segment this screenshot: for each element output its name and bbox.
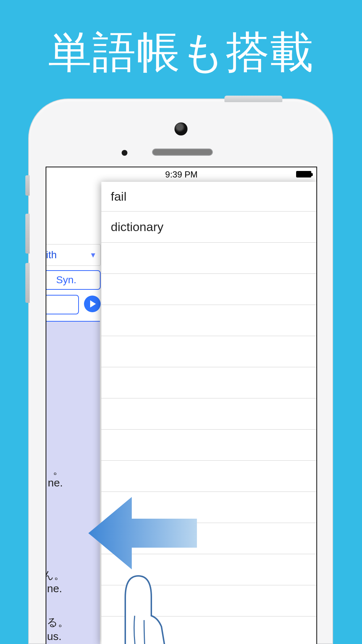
list-item[interactable] (101, 461, 317, 492)
lock-button (224, 96, 282, 102)
status-bar: 9:39 PM (46, 167, 316, 182)
status-time: 9:39 PM (165, 170, 197, 180)
promo-title: 単語帳も搭載 (0, 23, 362, 82)
list-item[interactable]: fail (101, 182, 317, 212)
panel-line: us. (47, 630, 62, 643)
earpiece-speaker (152, 149, 213, 156)
volume-up (25, 214, 30, 254)
list-item[interactable] (101, 398, 317, 430)
example-panel: 。 ne. ん。 ne. ある。 us. たいもの us. (46, 321, 100, 644)
phone-sensors (29, 121, 332, 157)
list-item[interactable] (101, 243, 317, 274)
panel-line: 。 (53, 463, 64, 478)
synonym-button[interactable]: Syn. (46, 270, 101, 290)
list-item[interactable] (101, 274, 317, 305)
list-item[interactable] (101, 492, 317, 523)
list-item[interactable]: dictionary (101, 212, 317, 243)
word-label: fail (111, 189, 126, 204)
list-item[interactable] (101, 585, 317, 616)
list-item[interactable] (101, 336, 317, 367)
list-item[interactable] (101, 430, 317, 461)
proximity-sensor (122, 150, 127, 156)
battery-icon (296, 171, 311, 177)
play-button[interactable] (84, 296, 101, 312)
chevron-down-icon: ▼ (89, 251, 97, 259)
panel-line: ん。 (46, 568, 65, 583)
phone-device-frame: 9:39 PM with ▼ Syn. 。 ne. ん。 ne. ある。 us.… (28, 99, 333, 644)
synonym-label: Syn. (56, 274, 76, 286)
panel-line: ne. (48, 477, 63, 489)
list-item[interactable] (101, 523, 317, 554)
list-item[interactable] (101, 554, 317, 585)
mute-switch (25, 175, 30, 196)
preposition-dropdown[interactable]: with ▼ (46, 244, 101, 266)
text-input[interactable] (46, 295, 79, 314)
list-item[interactable] (101, 367, 317, 398)
word-label: dictionary (111, 220, 164, 234)
list-item[interactable] (101, 305, 317, 336)
list-item[interactable] (101, 616, 317, 644)
panel-line: ne. (47, 582, 62, 595)
panel-line: ある。 (46, 615, 69, 630)
phone-screen: 9:39 PM with ▼ Syn. 。 ne. ん。 ne. ある。 us.… (46, 167, 317, 644)
front-camera (174, 122, 188, 135)
volume-down (25, 263, 30, 303)
dictionary-view: with ▼ Syn. 。 ne. ん。 ne. ある。 us. たいもの us… (46, 182, 101, 644)
wordbook-list[interactable]: fail dictionary (101, 182, 317, 644)
dropdown-label: with (46, 249, 57, 261)
